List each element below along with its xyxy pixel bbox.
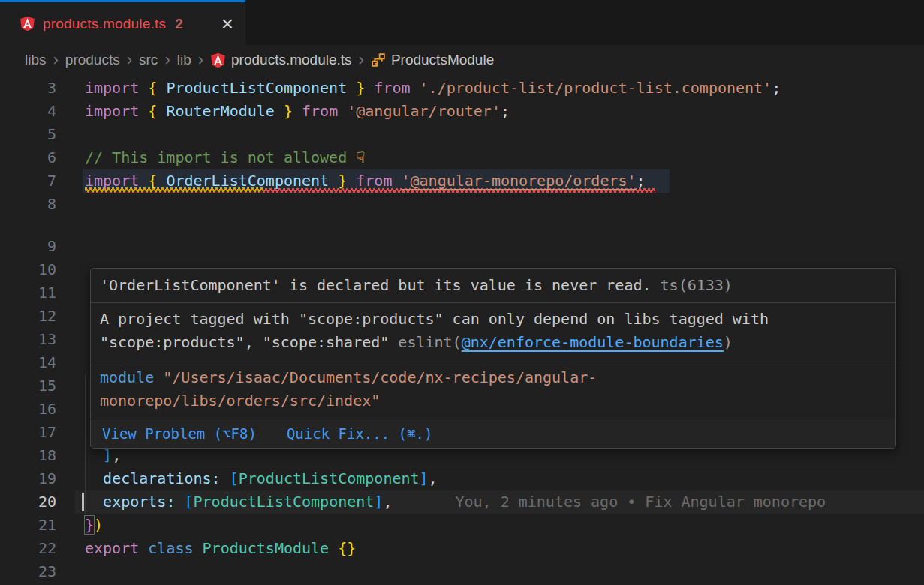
chevron-right-icon: › [127, 53, 132, 67]
code-line[interactable]: 21}) [0, 514, 924, 537]
code-line[interactable]: 9 [0, 235, 924, 258]
code-token [175, 493, 184, 511]
code-token [293, 102, 302, 120]
code-token [139, 539, 148, 557]
line-number: 7 [0, 170, 75, 193]
breadcrumb-item-lib[interactable]: lib [177, 52, 191, 68]
code-token: ProductListComponent [239, 470, 420, 488]
popup-section: module "/Users/isaac/Documents/code/nx-r… [91, 362, 895, 419]
code-token: // This import is not allowed [85, 148, 356, 166]
popup-text-line: "scope:products", "scope:shared" eslint(… [100, 331, 886, 354]
line-number: 8 [0, 193, 75, 216]
code-line-content: exports: [ProductListComponent],You, 2 m… [75, 490, 924, 514]
code-line-content [75, 235, 924, 258]
code-token [411, 79, 420, 97]
code-token: { [148, 79, 157, 97]
code-token: ProductListComponent [194, 493, 375, 511]
code-token: , [112, 446, 121, 464]
line-number: 14 [0, 351, 75, 374]
quick-fix-button[interactable]: Quick Fix... (⌘.) [287, 425, 432, 442]
code-token: '@angular/router' [347, 102, 501, 120]
code-line[interactable]: 22export class ProductsModule {} [0, 537, 924, 560]
line-number: 20 [0, 490, 75, 514]
code-token: [ [230, 470, 239, 488]
line-number: 4 [0, 100, 75, 123]
code-token: ☟ [356, 148, 365, 166]
code-token: './product-list/product-list.component' [420, 79, 772, 97]
breadcrumb-item-products.module.ts[interactable]: products.module.ts [210, 52, 352, 68]
breadcrumb-label: ProductsModule [391, 52, 494, 68]
code-token [365, 79, 374, 97]
code-line[interactable]: 19 declarations: [ProductListComponent], [0, 467, 924, 490]
hover-popup: 'OrderListComponent' is declared but its… [90, 268, 896, 448]
code-token [221, 470, 230, 488]
line-number: 22 [0, 537, 75, 560]
line-number: 11 [0, 281, 75, 304]
code-line[interactable]: 3import { ProductListComponent } from '.… [0, 76, 924, 100]
code-token: {} [338, 539, 356, 557]
code-token [85, 470, 103, 488]
chevron-right-icon: › [164, 53, 170, 67]
tab-title: products.module.ts [43, 16, 166, 32]
line-number: 9 [0, 235, 75, 258]
code-token: ] [420, 470, 429, 488]
code-line[interactable]: 23 [0, 560, 924, 584]
code-line[interactable]: 5 [0, 123, 924, 146]
code-token: from [374, 79, 410, 97]
popup-section: 'OrderListComponent' is declared but its… [91, 268, 895, 303]
code-token [139, 79, 148, 97]
popup-text: module [100, 368, 154, 386]
code-line-content [75, 123, 924, 146]
breadcrumb-item-libs[interactable]: libs [25, 52, 47, 68]
line-number: 12 [0, 304, 75, 328]
breadcrumb-item-products[interactable]: products [65, 52, 120, 68]
popup-text: ) [724, 333, 733, 351]
breadcrumb-item-productsmodule[interactable]: ProductsModule [371, 52, 494, 68]
popup-text: 'OrderListComponent' is declared but its… [100, 276, 652, 294]
line-number: 19 [0, 467, 75, 490]
code-line-content: declarations: [ProductListComponent], [75, 467, 924, 490]
code-editor[interactable]: 3import { ProductListComponent } from '.… [0, 75, 924, 584]
code-token: ; [637, 172, 646, 190]
code-line[interactable]: 7import { OrderListComponent } from '@an… [0, 170, 924, 193]
view-problem-button[interactable]: View Problem (⌥F8) [102, 425, 257, 442]
code-token: from [302, 102, 338, 120]
code-token: , [383, 493, 392, 511]
line-number: 18 [0, 444, 75, 467]
code-line[interactable]: 4import { RouterModule } from '@angular/… [0, 100, 924, 123]
code-token: ; [772, 79, 781, 97]
code-token: import [85, 172, 139, 190]
code-token [329, 539, 338, 557]
code-token: ProductListComponent [157, 79, 356, 97]
code-token: import [85, 102, 139, 120]
line-number: 6 [0, 146, 75, 170]
code-token: class [148, 539, 193, 557]
eslint-rule-link[interactable]: @nx/enforce-module-boundaries [462, 333, 724, 351]
line-number: 5 [0, 123, 75, 146]
code-token: ) [94, 516, 103, 534]
breadcrumb-item-src[interactable]: src [139, 52, 158, 68]
tab-bar: products.module.ts 2 × [0, 0, 924, 45]
code-line[interactable]: 20 exports: [ProductListComponent],You, … [0, 490, 924, 514]
code-line[interactable]: 8 [0, 193, 924, 216]
line-number: 21 [0, 514, 75, 537]
code-token: { [148, 172, 157, 190]
popup-sections: 'OrderListComponent' is declared but its… [91, 268, 895, 419]
line-number: 13 [0, 328, 75, 351]
close-icon[interactable]: × [221, 16, 233, 32]
code-token: } [284, 102, 293, 120]
breadcrumb-label: lib [177, 52, 191, 68]
code-token: } [85, 516, 94, 534]
tab-products-module[interactable]: products.module.ts 2 × [0, 0, 245, 45]
code-token: RouterModule [157, 102, 284, 120]
popup-text: ts(6133) [652, 276, 733, 294]
code-line-content: import { ProductListComponent } from './… [75, 76, 924, 100]
line-number: 16 [0, 398, 75, 421]
popup-text: eslint( [398, 333, 461, 351]
code-line-content: import { RouterModule } from '@angular/r… [75, 100, 924, 123]
text-cursor [82, 493, 84, 512]
line-number: 17 [0, 421, 75, 444]
code-token: export [85, 539, 139, 557]
popup-text: "/Users/isaac/Documents/code/nx-recipes/… [154, 368, 597, 386]
code-line[interactable]: 6// This import is not allowed ☟ [0, 146, 924, 170]
